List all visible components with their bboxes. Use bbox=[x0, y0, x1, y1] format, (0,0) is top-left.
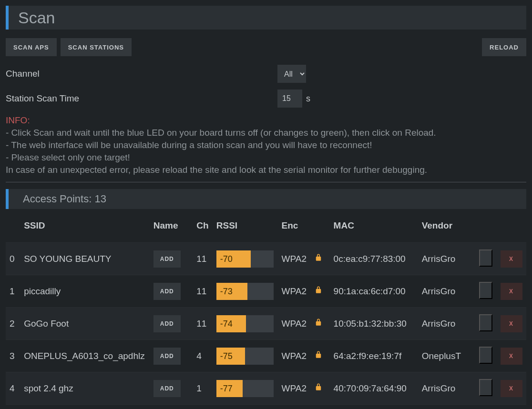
row-select-cell bbox=[475, 340, 496, 372]
row-rssi: -73 bbox=[213, 275, 278, 308]
row-vendor: ArrisGro bbox=[418, 275, 476, 308]
select-button[interactable] bbox=[479, 282, 492, 299]
table-row: 3ONEPLUS_A6013_co_apdhlzADD4-75WPA264:a2… bbox=[6, 340, 526, 372]
station-scan-time-row: Station Scan Time s bbox=[6, 90, 526, 108]
table-row: 4spot 2.4 ghzADD1-77WPA240:70:09:7a:64:9… bbox=[6, 372, 526, 405]
info-block: INFO: - Click Scan and wait until the bl… bbox=[6, 114, 526, 176]
row-name-cell: ADD bbox=[150, 340, 193, 372]
col-rssi: RSSI bbox=[213, 214, 278, 243]
remove-button[interactable]: X bbox=[501, 250, 522, 268]
remove-button[interactable]: X bbox=[501, 283, 522, 300]
row-vendor bbox=[418, 405, 476, 409]
row-index: 2 bbox=[6, 308, 20, 340]
rssi-value: -70 bbox=[220, 254, 233, 264]
action-row: SCAN APS SCAN STATIONS RELOAD bbox=[6, 38, 526, 56]
row-remove-cell: X bbox=[497, 275, 526, 308]
aps-section-header: Access Points: 13 bbox=[6, 189, 526, 209]
rssi-value: -75 bbox=[220, 351, 233, 361]
row-index: 4 bbox=[6, 372, 20, 405]
row-lock bbox=[310, 405, 329, 409]
col-mac: MAC bbox=[330, 214, 418, 243]
select-button[interactable] bbox=[479, 314, 492, 331]
row-channel: 1 bbox=[193, 372, 213, 405]
row-select-cell bbox=[475, 275, 496, 308]
row-ssid: GoGo Foot bbox=[20, 308, 150, 340]
aps-header-row: SSID Name Ch RSSI Enc MAC Vendor bbox=[6, 214, 526, 243]
row-ssid: SO YOUNG BEAUTY bbox=[20, 243, 150, 275]
row-channel: 5 bbox=[193, 405, 213, 409]
select-button[interactable] bbox=[479, 249, 492, 267]
add-name-button[interactable]: ADD bbox=[153, 380, 181, 397]
scan-aps-button[interactable]: SCAN APS bbox=[6, 38, 57, 56]
scan-stations-button[interactable]: SCAN STATIONS bbox=[61, 38, 132, 56]
select-button[interactable] bbox=[479, 379, 492, 396]
add-name-button[interactable]: ADD bbox=[153, 283, 181, 300]
add-name-button[interactable]: ADD bbox=[153, 348, 181, 365]
row-channel: 11 bbox=[193, 243, 213, 275]
add-name-button[interactable]: ADD bbox=[153, 315, 181, 332]
col-ssid: SSID bbox=[20, 214, 150, 243]
lock-icon bbox=[314, 350, 323, 359]
col-enc: Enc bbox=[278, 214, 311, 243]
row-lock bbox=[310, 275, 329, 308]
station-scan-time-label: Station Scan Time bbox=[6, 93, 277, 104]
info-line-3: - Please select only one target! bbox=[6, 151, 526, 164]
row-select-cell bbox=[475, 405, 496, 409]
row-index: 3 bbox=[6, 340, 20, 372]
info-line-4: In case of an unexpected error, please r… bbox=[6, 164, 526, 176]
info-label: INFO: bbox=[6, 115, 30, 125]
row-rssi: -75 bbox=[213, 340, 278, 372]
lock-icon bbox=[314, 286, 323, 294]
add-name-button[interactable]: ADD bbox=[153, 250, 181, 268]
rssi-bar: -70 bbox=[216, 250, 274, 268]
row-vendor: ArrisGro bbox=[418, 308, 476, 340]
row-mac: 10:05:b1:32:bb:30 bbox=[330, 308, 418, 340]
rssi-bar: -75 bbox=[216, 348, 274, 365]
row-channel: 11 bbox=[193, 308, 213, 340]
row-enc: WPA2 bbox=[278, 372, 311, 405]
rssi-value: -74 bbox=[220, 319, 233, 329]
row-mac: 40:70:09:7a:64:90 bbox=[330, 372, 418, 405]
col-vendor: Vendor bbox=[418, 214, 476, 243]
table-row: 1piccadillyADD11-73WPA290:1a:ca:6c:d7:00… bbox=[6, 275, 526, 308]
row-vendor: ArrisGro bbox=[418, 372, 476, 405]
row-enc: WPA2 bbox=[278, 243, 311, 275]
row-remove-cell: X bbox=[497, 372, 526, 405]
lock-icon bbox=[314, 318, 323, 327]
row-name-cell: ADD bbox=[150, 243, 193, 275]
remove-button[interactable]: X bbox=[501, 315, 522, 332]
info-line-2: - The web interface will be unavailable … bbox=[6, 139, 526, 151]
row-vendor: ArrisGro bbox=[418, 243, 476, 275]
row-rssi: -74 bbox=[213, 308, 278, 340]
aps-table: SSID Name Ch RSSI Enc MAC Vendor 0SO YOU… bbox=[6, 214, 526, 409]
row-select-cell bbox=[475, 308, 496, 340]
table-row: 5SSooniestyleADD5-78WPA294:91:7f:25:41:b… bbox=[6, 405, 526, 409]
channel-select[interactable]: All bbox=[277, 65, 306, 83]
row-mac: 64:a2:f9:ee:19:7f bbox=[330, 340, 418, 372]
row-select-cell bbox=[475, 372, 496, 405]
lock-icon bbox=[314, 383, 323, 391]
rssi-bar: -74 bbox=[216, 315, 274, 332]
page-title: Scan bbox=[18, 6, 526, 30]
row-rssi: -77 bbox=[213, 372, 278, 405]
row-enc: WPA2 bbox=[278, 275, 311, 308]
row-enc: WPA2 bbox=[278, 340, 311, 372]
row-remove-cell: X bbox=[497, 340, 526, 372]
row-index: 0 bbox=[6, 243, 20, 275]
rssi-value: -77 bbox=[220, 383, 233, 393]
row-mac: 90:1a:ca:6c:d7:00 bbox=[330, 275, 418, 308]
row-rssi: -70 bbox=[213, 243, 278, 275]
remove-button[interactable]: X bbox=[501, 380, 522, 397]
remove-button[interactable]: X bbox=[501, 348, 522, 365]
row-channel: 11 bbox=[193, 275, 213, 308]
station-scan-time-input[interactable] bbox=[277, 90, 302, 108]
row-index: 1 bbox=[6, 275, 20, 308]
row-select-cell bbox=[475, 243, 496, 275]
select-button[interactable] bbox=[479, 347, 492, 364]
aps-title: Access Points: 13 bbox=[23, 189, 526, 209]
row-ssid: ONEPLUS_A6013_co_apdhlz bbox=[20, 340, 150, 372]
row-lock bbox=[310, 308, 329, 340]
row-remove-cell: X bbox=[497, 405, 526, 409]
table-row: 2GoGo FootADD11-74WPA210:05:b1:32:bb:30A… bbox=[6, 308, 526, 340]
reload-button[interactable]: RELOAD bbox=[482, 38, 526, 56]
